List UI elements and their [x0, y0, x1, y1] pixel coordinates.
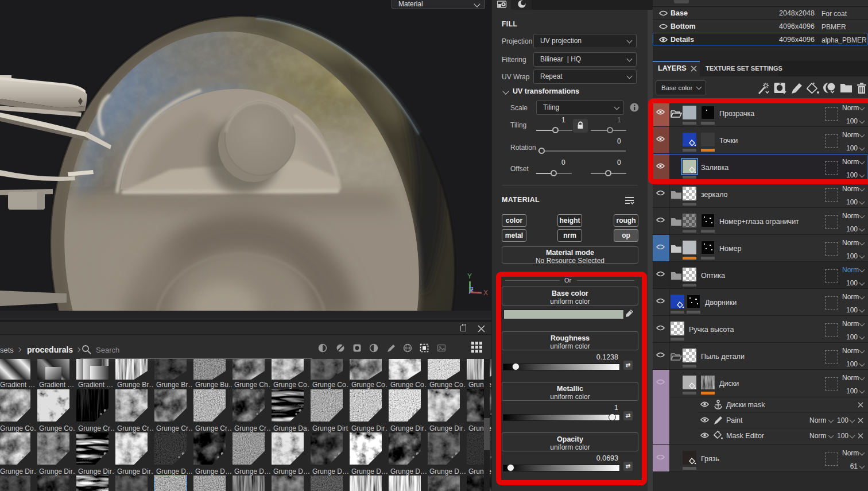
svg-text:Y: Y: [467, 272, 472, 280]
svg-text:X: X: [483, 289, 488, 297]
